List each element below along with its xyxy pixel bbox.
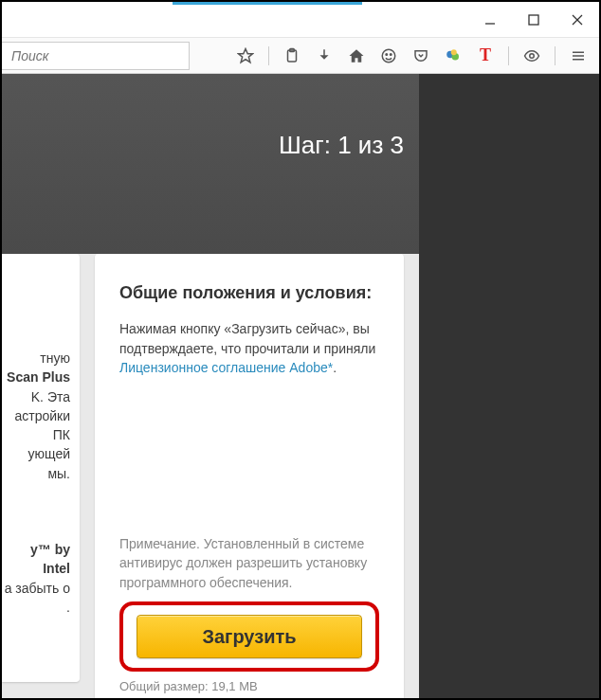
palette-icon[interactable] bbox=[444, 46, 463, 65]
bookmark-star-icon[interactable] bbox=[236, 46, 255, 65]
download-arrow-icon[interactable] bbox=[315, 46, 334, 65]
smile-icon[interactable] bbox=[379, 46, 398, 65]
pocket-icon[interactable] bbox=[411, 46, 430, 65]
terms-heading: Общие положения и условия: bbox=[119, 282, 379, 304]
svg-point-8 bbox=[386, 53, 388, 55]
license-link[interactable]: Лицензионное соглашение Adobe* bbox=[119, 360, 333, 375]
page-content: Шаг: 1 из 3 тную Scan Plus K. Эта астрой… bbox=[2, 74, 599, 698]
svg-point-12 bbox=[451, 49, 457, 55]
svg-point-9 bbox=[391, 53, 392, 55]
svg-rect-1 bbox=[529, 15, 538, 25]
hamburger-menu-icon[interactable] bbox=[569, 46, 588, 65]
toolbar-icons: T bbox=[190, 46, 593, 65]
svg-point-13 bbox=[530, 53, 535, 58]
offers-card: тную Scan Plus K. Эта астройки ПК ующей … bbox=[2, 254, 80, 682]
antivirus-note: Примечание. Установленный в системе анти… bbox=[119, 534, 379, 592]
window-close-button[interactable] bbox=[555, 3, 599, 37]
browser-toolbar: T bbox=[2, 38, 599, 74]
download-highlight: Загрузить bbox=[119, 601, 379, 672]
terms-card: Общие положения и условия: Нажимая кнопк… bbox=[95, 254, 404, 700]
window-maximize-button[interactable] bbox=[512, 3, 555, 37]
window-titlebar bbox=[2, 2, 599, 38]
search-input[interactable] bbox=[2, 42, 190, 70]
title-accent bbox=[173, 2, 362, 5]
text-t-icon[interactable]: T bbox=[476, 46, 495, 65]
separator-icon bbox=[555, 46, 555, 65]
window-minimize-button[interactable] bbox=[468, 3, 512, 37]
step-label: Шаг: 1 из 3 bbox=[279, 131, 404, 160]
svg-marker-4 bbox=[239, 48, 253, 62]
clipboard-icon[interactable] bbox=[282, 46, 301, 65]
terms-text: Нажимая кнопку «Загрузить сейчас», вы по… bbox=[119, 319, 379, 377]
offer-text-fragment: тную Scan Plus K. Эта астройки ПК ующей … bbox=[2, 349, 70, 483]
separator-icon bbox=[268, 46, 269, 65]
separator-icon bbox=[508, 46, 509, 65]
eye-icon[interactable] bbox=[522, 46, 541, 65]
total-size-label: Общий размер: 19,1 МВ bbox=[119, 679, 379, 693]
spacer bbox=[119, 377, 379, 534]
page-inner: Шаг: 1 из 3 тную Scan Plus K. Эта астрой… bbox=[2, 74, 419, 698]
svg-point-7 bbox=[382, 49, 395, 63]
home-icon[interactable] bbox=[347, 46, 366, 65]
download-button[interactable]: Загрузить bbox=[137, 615, 362, 658]
offer-text-fragment: y™ by Intel а забыть о . bbox=[2, 540, 70, 617]
